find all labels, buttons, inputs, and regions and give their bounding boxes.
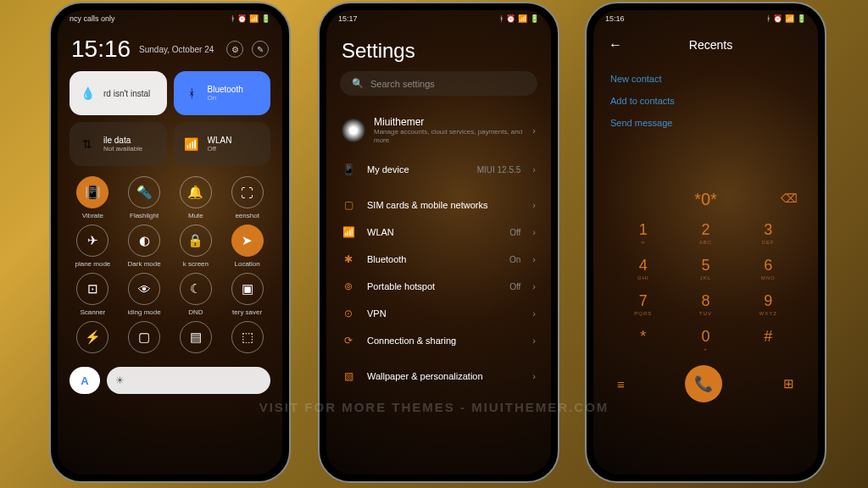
tile-wlan[interactable]: 📶WLANOff — [174, 122, 271, 166]
toggle-label: Location — [235, 260, 260, 268]
key-digit: 5 — [675, 257, 737, 274]
settings-row[interactable]: 📶WLANOff› — [326, 219, 551, 246]
status-bar: 15:16 ᚼ⏰📶🔋 — [593, 10, 818, 27]
back-icon[interactable]: ← — [609, 37, 622, 53]
toggle-icon: ☾ — [180, 273, 212, 305]
toggle-label: plane mode — [75, 260, 110, 268]
dialpad-icon[interactable]: ⊞ — [783, 376, 794, 391]
clock-time: 15:16 — [71, 36, 131, 63]
toggle-item[interactable]: ▢ — [121, 321, 168, 357]
toggle-item[interactable]: ⬚ — [224, 321, 270, 357]
auto-brightness-button[interactable]: A — [70, 367, 100, 394]
status-icons: ᚼ⏰📶🔋 — [766, 14, 806, 23]
toggle-eenshot[interactable]: ⛶eenshot — [224, 176, 270, 219]
key-8[interactable]: 8TUV — [675, 292, 737, 316]
avatar — [342, 119, 365, 142]
search-input[interactable]: 🔍Search settings — [340, 71, 537, 96]
key-4[interactable]: 4GHI — [612, 257, 675, 280]
toggle-Scanner[interactable]: ⊡Scanner — [70, 273, 116, 316]
signal-icon: 📶 — [249, 14, 259, 23]
chevron-right-icon: › — [532, 336, 536, 346]
settings-icon[interactable]: ⚙ — [226, 41, 243, 58]
key-0[interactable]: 0+ — [675, 328, 737, 352]
tile-bluetooth[interactable]: ᚼBluetoothOn — [174, 71, 271, 115]
toggle-label: eenshot — [235, 212, 259, 219]
settings-row[interactable]: 📱My deviceMIUI 12.5.5› — [326, 156, 551, 183]
edit-icon[interactable]: ✎ — [252, 41, 269, 58]
settings-row[interactable]: ✱BluetoothOn› — [326, 246, 551, 273]
row-icon: 📶 — [342, 226, 355, 238]
key-6[interactable]: 6MNO — [737, 257, 799, 280]
status-bar: ncy calls only ᚼ ⏰ 📶 🔋 — [58, 10, 282, 27]
toggle-Flashlight[interactable]: 🔦Flashlight — [121, 176, 168, 219]
chevron-right-icon: › — [532, 200, 536, 210]
row-label: My device — [367, 164, 465, 175]
battery-icon: 🔋 — [261, 14, 270, 23]
toggle-icon: 🔔 — [180, 176, 212, 208]
row-icon: ⟳ — [342, 335, 355, 347]
toggle-k-screen[interactable]: 🔒k screen — [173, 225, 220, 268]
key-5[interactable]: 5JKL — [675, 257, 737, 280]
brightness-slider[interactable] — [107, 367, 270, 394]
row-value: Off — [509, 228, 520, 237]
toggle-icon: ▣ — [231, 273, 264, 305]
toggle-Location[interactable]: ➤Location — [224, 225, 270, 268]
row-label: VPN — [367, 308, 509, 319]
call-button[interactable]: 📞 — [685, 365, 722, 402]
backspace-icon[interactable]: ⌫ — [781, 191, 798, 205]
key-1[interactable]: 1∞ — [612, 221, 675, 245]
toggle-tery-saver[interactable]: ▣tery saver — [224, 273, 270, 316]
key-*[interactable]: * — [612, 328, 675, 352]
key-letters: MNO — [737, 275, 799, 280]
row-label: Portable hotspot — [367, 281, 498, 291]
key-digit: 3 — [737, 221, 799, 239]
brightness-row: A — [58, 360, 282, 401]
settings-row[interactable]: ⊚Portable hotspotOff› — [326, 273, 551, 300]
row-icon: ✱ — [342, 253, 355, 265]
chevron-right-icon: › — [532, 308, 536, 319]
row-icon: ▧ — [342, 370, 355, 382]
page-title: Settings — [326, 27, 551, 71]
toggle-iding-mode[interactable]: 👁iding mode — [121, 273, 168, 316]
chevron-right-icon: › — [532, 281, 536, 291]
dialer-header: ← Recents — [593, 27, 818, 63]
key-2[interactable]: 2ABC — [675, 221, 737, 245]
status-bar: 15:17 ᚼ⏰📶🔋 — [326, 10, 551, 27]
key-9[interactable]: 9WXYZ — [737, 292, 799, 316]
toggle-Dark-mode[interactable]: ◐Dark mode — [121, 225, 168, 268]
settings-row[interactable]: ⊙VPN› — [326, 300, 551, 327]
clock-date: Sunday, October 24 — [139, 45, 218, 54]
toggle-Mute[interactable]: 🔔Mute — [173, 176, 220, 219]
settings-row[interactable]: ▧Wallpaper & personalization› — [326, 363, 551, 390]
toggle-icon: 👁 — [128, 273, 160, 305]
toggle-label: Scanner — [80, 308, 105, 316]
tile-mobile-data[interactable]: ⇅ile dataNot available — [70, 122, 167, 166]
chevron-right-icon: › — [532, 125, 536, 136]
tile-weather[interactable]: 💧rd isn't instal — [70, 71, 167, 115]
toggle-DND[interactable]: ☾DND — [173, 273, 220, 316]
settings-row[interactable]: ⟳Connection & sharing› — [326, 327, 551, 354]
status-time: 15:17 — [338, 14, 358, 23]
row-icon: 📱 — [342, 164, 355, 175]
settings-list: 📱My deviceMIUI 12.5.5›▢SIM cards & mobil… — [326, 156, 551, 390]
toggle-icon: ✈ — [76, 225, 108, 257]
key-7[interactable]: 7PQRS — [612, 292, 675, 316]
key-digit: 6 — [737, 257, 799, 274]
toggle-Vibrate[interactable]: 📳Vibrate — [70, 176, 116, 219]
key-#[interactable]: # — [737, 328, 799, 352]
dialer-action[interactable]: Send message — [610, 112, 801, 134]
dialer-action[interactable]: Add to contacts — [610, 90, 801, 112]
toggle-icon: ⛶ — [231, 176, 264, 208]
toggle-plane-mode[interactable]: ✈plane mode — [70, 225, 116, 268]
account-row[interactable]: MiuithemerManage accounts, cloud service… — [326, 108, 551, 156]
key-3[interactable]: 3DEF — [737, 221, 799, 245]
toggle-icon: ▢ — [128, 321, 160, 353]
settings-row[interactable]: ▢SIM cards & mobile networks› — [326, 191, 551, 219]
menu-icon[interactable]: ≡ — [617, 377, 625, 391]
toggle-item[interactable]: ⚡ — [70, 321, 116, 357]
toggle-label: Dark mode — [128, 260, 161, 268]
toggle-label: DND — [188, 308, 203, 316]
row-label: Bluetooth — [367, 254, 498, 264]
toggle-item[interactable]: ▤ — [173, 321, 220, 357]
dialer-action[interactable]: New contact — [610, 68, 801, 90]
